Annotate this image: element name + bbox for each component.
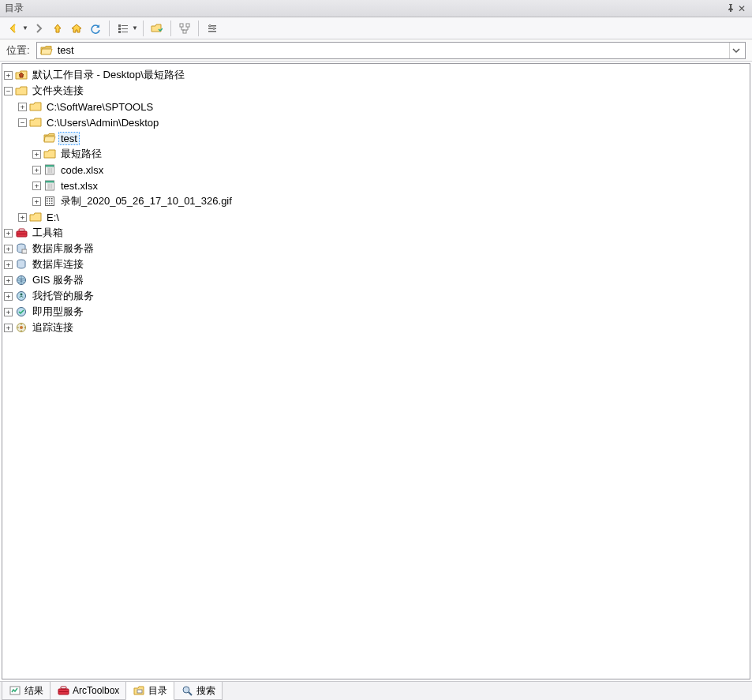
tree-node-label[interactable]: GIS 服务器 bbox=[30, 272, 86, 288]
expand-toggle[interactable]: + bbox=[4, 308, 13, 316]
svg-rect-4 bbox=[122, 28, 128, 29]
back-dropdown-icon[interactable]: ▼ bbox=[22, 24, 28, 32]
svg-rect-25 bbox=[47, 203, 48, 204]
svg-rect-2 bbox=[118, 31, 121, 33]
folder-icon bbox=[29, 211, 42, 223]
expand-toggle[interactable]: + bbox=[18, 213, 27, 222]
tab-results[interactable]: 结果 bbox=[2, 682, 51, 700]
expand-toggle[interactable]: + bbox=[18, 103, 27, 111]
view-button[interactable] bbox=[114, 20, 132, 37]
tree-node[interactable]: +最短路径 bbox=[32, 146, 748, 162]
tree-node-label[interactable]: 即用型服务 bbox=[30, 304, 86, 320]
svg-rect-43 bbox=[58, 691, 69, 692]
tab-label: ArcToolbox bbox=[73, 685, 119, 696]
xls-icon bbox=[43, 163, 56, 176]
panel-title: 目录 bbox=[5, 2, 24, 15]
tree-node[interactable]: −C:\Users\Admin\Desktop bbox=[18, 114, 748, 130]
expand-toggle[interactable]: + bbox=[4, 260, 13, 269]
tab-catalog[interactable]: 目录 bbox=[125, 682, 174, 700]
tree-node[interactable]: +工具箱 bbox=[4, 225, 748, 241]
location-input[interactable] bbox=[58, 44, 724, 56]
location-label: 位置: bbox=[6, 43, 30, 58]
tree-node[interactable]: +test.xlsx bbox=[32, 178, 748, 193]
refresh-button[interactable] bbox=[87, 20, 104, 37]
tree-node[interactable]: +我托管的服务 bbox=[4, 288, 748, 304]
tree-node-label[interactable]: C:\SoftWare\SPTOOLS bbox=[44, 100, 155, 114]
svg-rect-1 bbox=[118, 28, 121, 30]
svg-rect-19 bbox=[47, 198, 48, 200]
tree-node[interactable]: +即用型服务 bbox=[4, 304, 748, 320]
svg-rect-5 bbox=[122, 32, 128, 32]
svg-rect-42 bbox=[61, 687, 66, 689]
dbconn-icon bbox=[15, 258, 28, 271]
tab-search[interactable]: 搜索 bbox=[174, 682, 223, 700]
panel-titlebar: 目录 ✕ bbox=[0, 0, 752, 17]
svg-rect-44 bbox=[137, 690, 142, 693]
tree-node-label[interactable]: C:\Users\Admin\Desktop bbox=[44, 116, 161, 129]
tree-node-label[interactable]: 最短路径 bbox=[58, 146, 104, 162]
expand-toggle[interactable]: + bbox=[4, 229, 13, 238]
folder-icon bbox=[29, 100, 42, 113]
tree-node-label[interactable]: 默认工作目录 - Desktop\最短路径 bbox=[30, 67, 187, 83]
tree-node-label[interactable]: test bbox=[58, 132, 80, 145]
tree-node-label[interactable]: 录制_2020_05_26_17_10_01_326.gif bbox=[58, 193, 234, 209]
svg-point-45 bbox=[183, 687, 189, 693]
svg-point-12 bbox=[209, 24, 211, 26]
tree-node[interactable]: +数据库服务器 bbox=[4, 241, 748, 256]
collapse-toggle[interactable]: − bbox=[18, 118, 27, 127]
tree-node[interactable]: +数据库连接 bbox=[4, 256, 748, 272]
collapse-toggle[interactable]: − bbox=[4, 87, 13, 95]
toggle-tree-button[interactable] bbox=[176, 20, 193, 37]
tree-node[interactable]: −文件夹连接 bbox=[4, 83, 748, 99]
expand-toggle[interactable]: + bbox=[4, 324, 13, 332]
expand-toggle[interactable]: + bbox=[32, 197, 41, 206]
home-button[interactable] bbox=[68, 20, 85, 37]
tab-label: 目录 bbox=[148, 684, 167, 698]
expand-toggle[interactable]: + bbox=[32, 182, 41, 190]
view-dropdown-icon[interactable]: ▼ bbox=[132, 24, 138, 32]
expand-toggle[interactable]: + bbox=[32, 166, 41, 174]
expand-toggle[interactable]: + bbox=[4, 245, 13, 253]
expand-toggle[interactable]: + bbox=[4, 292, 13, 301]
back-button[interactable] bbox=[5, 20, 22, 37]
expand-toggle[interactable]: + bbox=[4, 276, 13, 285]
tree-node[interactable]: +C:\SoftWare\SPTOOLS bbox=[18, 99, 748, 114]
tree-node[interactable]: +E:\ bbox=[18, 209, 748, 225]
tree-node[interactable]: +录制_2020_05_26_17_10_01_326.gif bbox=[32, 193, 748, 209]
tree-node[interactable]: +GIS 服务器 bbox=[4, 272, 748, 288]
pin-icon[interactable] bbox=[725, 3, 736, 14]
catalog-tree[interactable]: +默认工作目录 - Desktop\最短路径−文件夹连接+C:\SoftWare… bbox=[2, 63, 750, 679]
expand-toggle[interactable]: + bbox=[4, 71, 13, 80]
tree-node-label[interactable]: E:\ bbox=[44, 211, 62, 224]
tree-node[interactable]: +追踪连接 bbox=[4, 320, 748, 335]
svg-rect-6 bbox=[180, 24, 183, 27]
up-button[interactable] bbox=[49, 20, 66, 37]
tree-node-label[interactable]: 工具箱 bbox=[30, 225, 65, 241]
tree-node-label[interactable]: test.xlsx bbox=[58, 179, 100, 193]
tree-node-label[interactable]: 我托管的服务 bbox=[30, 288, 96, 304]
tree-node-label[interactable]: 数据库服务器 bbox=[30, 241, 96, 256]
location-bar: 位置: bbox=[0, 39, 752, 62]
connect-folder-button[interactable] bbox=[148, 20, 166, 37]
track-icon bbox=[15, 321, 28, 334]
options-button[interactable] bbox=[204, 20, 221, 37]
tree-node[interactable]: +默认工作目录 - Desktop\最短路径 bbox=[4, 67, 748, 83]
close-icon[interactable]: ✕ bbox=[736, 3, 747, 14]
tree-node-label[interactable]: code.xlsx bbox=[58, 163, 106, 177]
tree-node[interactable]: test bbox=[32, 130, 748, 146]
tree-node-label[interactable]: 文件夹连接 bbox=[30, 83, 86, 99]
svg-point-13 bbox=[213, 28, 215, 29]
svg-point-39 bbox=[20, 326, 23, 329]
tree-node[interactable]: +code.xlsx bbox=[32, 162, 748, 178]
expand-toggle[interactable]: + bbox=[32, 150, 41, 159]
forward-button[interactable] bbox=[30, 20, 47, 37]
hosted-icon bbox=[15, 290, 28, 302]
tree-node-label[interactable]: 追踪连接 bbox=[30, 320, 76, 335]
tree-node-label[interactable]: 数据库连接 bbox=[30, 256, 86, 272]
home-folder-icon bbox=[15, 69, 28, 81]
svg-rect-8 bbox=[183, 30, 186, 33]
svg-rect-32 bbox=[22, 249, 27, 253]
location-dropdown-icon[interactable] bbox=[729, 43, 742, 58]
tab-toolbox[interactable]: ArcToolbox bbox=[50, 682, 126, 700]
svg-rect-0 bbox=[118, 24, 121, 27]
